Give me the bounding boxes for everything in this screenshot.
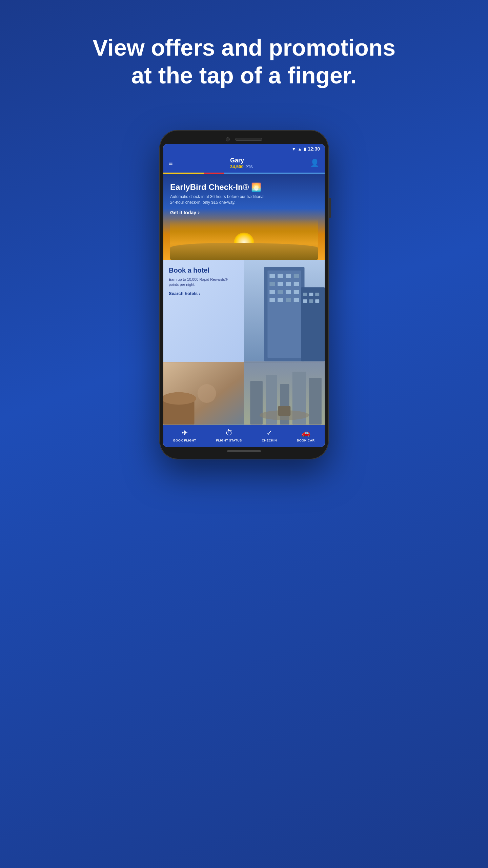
username-label: Gary: [230, 157, 253, 164]
svg-rect-12: [278, 290, 283, 294]
headline-line2: at the tap of a finger.: [131, 62, 357, 88]
svg-rect-6: [294, 274, 299, 278]
city-card: [244, 362, 325, 425]
svg-rect-8: [278, 282, 283, 286]
speaker: [235, 138, 262, 141]
side-button: [329, 198, 331, 218]
battery-icon: ▮: [304, 146, 306, 152]
checkin-icon: ✓: [266, 429, 272, 437]
svg-rect-37: [278, 406, 291, 416]
earlybird-subtitle: Automatic check-in at 36 hours before ou…: [170, 194, 265, 205]
svg-rect-23: [303, 299, 307, 303]
earlybird-cta-arrow: ›: [198, 210, 200, 216]
book-flight-icon: ✈: [182, 429, 188, 437]
svg-rect-17: [286, 298, 291, 302]
svg-rect-20: [303, 293, 307, 296]
svg-rect-31: [250, 381, 263, 425]
front-camera: [226, 137, 230, 141]
status-time: 12:30: [308, 146, 320, 152]
status-bar: ▼ ▲ ▮ 12:30: [163, 144, 325, 154]
hotel-card-image: [244, 260, 325, 362]
svg-rect-14: [294, 290, 299, 294]
nav-item-book-car[interactable]: 🚗 BOOK CAR: [297, 429, 315, 442]
svg-rect-4: [278, 274, 283, 278]
phone-bottom-area: [163, 450, 325, 452]
svg-rect-21: [309, 293, 313, 296]
bottom-cards-row: [163, 362, 325, 425]
svg-rect-16: [278, 298, 283, 302]
book-flight-label: BOOK FLIGHT: [173, 439, 196, 442]
earlybird-cta-label: Get it today: [170, 210, 196, 215]
flight-status-icon: ⏱: [225, 429, 233, 437]
bottom-navigation: ✈ BOOK FLIGHT ⏱ FLIGHT STATUS ✓ CHECKIN …: [163, 425, 325, 447]
top-navigation: ≡ Gary 34,500 PTS 👤: [163, 154, 325, 173]
svg-rect-22: [315, 293, 319, 296]
earlybird-cta-button[interactable]: Get it today ›: [170, 210, 318, 216]
user-info: Gary 34,500 PTS: [230, 157, 253, 169]
hotel-cta-arrow: ›: [199, 291, 200, 296]
wifi-icon: ▼: [291, 146, 296, 152]
svg-rect-10: [294, 282, 299, 286]
svg-rect-9: [286, 282, 291, 286]
hotel-card-title: Book a hotel: [169, 267, 239, 274]
nav-item-checkin[interactable]: ✓ CHECKIN: [262, 429, 277, 442]
phone-notch: [163, 137, 325, 141]
hotel-cta-label: Search hotels: [169, 291, 198, 296]
svg-point-29: [198, 384, 216, 403]
nav-item-book-flight[interactable]: ✈ BOOK FLIGHT: [173, 429, 196, 442]
signal-icon: ▲: [298, 146, 302, 152]
phone-screen: ▼ ▲ ▮ 12:30 ≡ Gary 34,500 PTS 👤: [163, 144, 325, 447]
hotel-cta-button[interactable]: Search hotels ›: [169, 291, 239, 296]
svg-rect-35: [309, 378, 322, 425]
phone-device: ▼ ▲ ▮ 12:30 ≡ Gary 34,500 PTS 👤: [159, 130, 329, 459]
svg-rect-25: [315, 299, 319, 303]
earlybird-card: EarlyBird Check-In® 🌅 Automatic check-in…: [163, 174, 325, 260]
points-label: 34,500 PTS: [230, 164, 253, 169]
points-value: 34,500: [230, 164, 244, 169]
hamburger-menu-icon[interactable]: ≡: [169, 159, 173, 167]
hotel-card: Book a hotel Earn up to 10,000 Rapid Rew…: [163, 260, 325, 362]
profile-icon[interactable]: 👤: [310, 159, 319, 167]
svg-rect-18: [294, 298, 299, 302]
headline-line1: View offers and promotions: [93, 35, 395, 60]
svg-rect-7: [269, 282, 275, 286]
svg-rect-15: [269, 298, 275, 302]
flight-status-label: FLIGHT STATUS: [216, 439, 242, 442]
earlybird-landscape-image: [170, 219, 318, 260]
nav-item-flight-status[interactable]: ⏱ FLIGHT STATUS: [216, 429, 242, 442]
svg-rect-13: [286, 290, 291, 294]
svg-rect-5: [286, 274, 291, 278]
interior-card: [163, 362, 244, 425]
page-headline: View offers and promotions at the tap of…: [93, 34, 395, 89]
hotel-card-text: Book a hotel Earn up to 10,000 Rapid Rew…: [163, 260, 244, 362]
status-icons: ▼ ▲ ▮ 12:30: [291, 146, 320, 152]
svg-rect-11: [269, 290, 275, 294]
svg-rect-3: [269, 274, 275, 278]
book-car-icon: 🚗: [301, 429, 310, 437]
points-unit: PTS: [245, 165, 252, 169]
checkin-label: CHECKIN: [262, 439, 277, 442]
earlybird-title: EarlyBird Check-In® 🌅: [170, 182, 318, 192]
home-indicator[interactable]: [227, 450, 261, 452]
svg-rect-24: [309, 299, 313, 303]
svg-rect-19: [301, 287, 325, 361]
ground-graphic: [170, 243, 318, 260]
hotel-card-description: Earn up to 10,000 Rapid Rewards® points …: [169, 277, 239, 288]
book-car-label: BOOK CAR: [297, 439, 315, 442]
